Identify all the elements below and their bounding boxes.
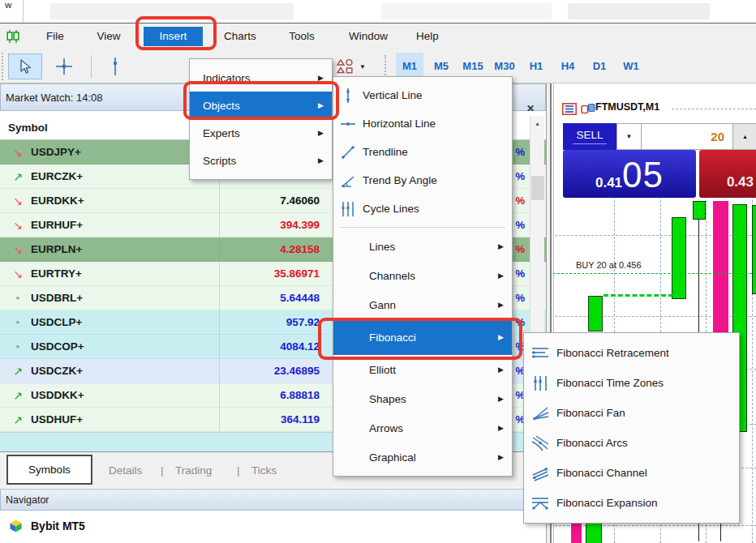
menu-item-label: Gann — [369, 299, 396, 311]
titlebar-blur-region — [381, 3, 552, 19]
menu-item-indicators[interactable]: Indicators ▶ — [190, 64, 332, 92]
menu-view[interactable]: View — [88, 27, 130, 46]
menu-item-lines[interactable]: Lines ▶ — [333, 232, 512, 261]
menu-item-trend-by-angle[interactable]: Trend By Angle — [333, 166, 512, 195]
objects-submenu: Vertical Line Horizontal Line Trendline … — [333, 76, 513, 477]
menu-item-fib-time-zones[interactable]: Fibonacci Time Zones — [524, 368, 739, 398]
window-titlebar: W — [0, 0, 756, 24]
volume-increase-button[interactable]: ▲ — [733, 123, 756, 150]
chart-period-separator — [672, 109, 756, 109]
navigator-item-bybit[interactable]: Bybit MT5 — [8, 518, 85, 533]
menu-item-gann[interactable]: Gann ▶ — [333, 290, 512, 319]
submenu-arrow-icon: ▶ — [498, 272, 504, 280]
menu-item-vertical-line[interactable]: Vertical Line — [333, 81, 512, 109]
bid-cell: 7.46060 — [280, 189, 320, 213]
submenu-arrow-icon: ▶ — [318, 129, 324, 137]
fibonacci-expansion-icon — [524, 495, 556, 511]
menu-separator — [340, 227, 505, 228]
menu-insert[interactable]: Insert — [144, 27, 203, 46]
menu-item-channels[interactable]: Channels ▶ — [333, 261, 512, 290]
mt5-candles-icon — [6, 29, 20, 47]
menu-item-scripts[interactable]: Scripts ▶ — [190, 147, 332, 174]
menu-item-label: Vertical Line — [363, 89, 423, 101]
sell-tab[interactable]: SELL — [563, 123, 616, 150]
cursor-tool-button[interactable] — [8, 53, 42, 79]
submenu-arrow-icon: ▶ — [498, 333, 504, 341]
menu-item-fib-arcs[interactable]: Fibonacci Arcs — [524, 428, 739, 458]
price-down-icon: ↘ — [10, 237, 26, 262]
timeframe-w1[interactable]: W1 — [617, 53, 645, 79]
sell-price-button[interactable]: 0.41 05 — [563, 150, 696, 198]
scrollbar-thumb[interactable] — [531, 176, 544, 200]
menu-item-fib-expansion[interactable]: Fibonacci Expansion — [524, 488, 739, 518]
menu-item-arrows[interactable]: Arrows ▶ — [333, 413, 512, 443]
menu-item-fib-channel[interactable]: Fibonacci Channel — [524, 458, 739, 488]
submenu-arrow-icon: ▶ — [498, 395, 504, 403]
submenu-arrow-icon: ▶ — [318, 156, 324, 165]
price-down-icon: ↘ — [10, 189, 26, 213]
price-flat-icon: ● — [10, 335, 26, 359]
menu-item-trendline[interactable]: Trendline — [333, 138, 512, 166]
menu-item-shapes[interactable]: Shapes ▶ — [333, 384, 512, 413]
menu-item-cycle-lines[interactable]: Cycle Lines — [333, 195, 512, 223]
navigator-title: Navigator — [0, 489, 546, 511]
titlebar-divider — [23, 0, 24, 23]
menu-charts[interactable]: Charts — [214, 27, 266, 46]
menu-item-fib-retracement[interactable]: Fibonacci Retracement — [524, 338, 739, 368]
symbol-cell: EURPLN+ — [31, 237, 82, 262]
tab-separator: | — [161, 452, 164, 489]
crosshair-tool-button[interactable] — [47, 53, 81, 79]
timeframe-h4[interactable]: H4 — [554, 53, 582, 79]
symbol-cell: USDJPY+ — [31, 140, 81, 165]
submenu-arrow-icon: ▶ — [498, 453, 504, 461]
menu-file[interactable]: File — [36, 27, 75, 46]
chevron-down-icon: ▼ — [359, 63, 366, 71]
depth-of-market-icon — [562, 103, 577, 115]
candle-bullish — [752, 205, 756, 294]
timeframe-d1[interactable]: D1 — [586, 53, 613, 79]
tab-symbols[interactable]: Symbols — [6, 455, 92, 485]
symbol-column-header[interactable]: Symbol — [8, 122, 48, 134]
menu-tools[interactable]: Tools — [279, 27, 324, 46]
bid-cell: 4.28158 — [280, 237, 320, 262]
bid-cell: 4084.12 — [280, 335, 320, 359]
candle-bearish — [571, 523, 582, 543]
menu-item-label: Arrows — [369, 422, 403, 434]
menu-window[interactable]: Window — [339, 27, 397, 46]
tab-details[interactable]: Details — [109, 452, 142, 489]
tab-ticks[interactable]: Ticks — [251, 452, 277, 489]
symbol-cell: USDCZK+ — [31, 359, 83, 383]
scroll-up-icon[interactable]: ▲ — [530, 116, 544, 130]
vertical-line-tool-button[interactable] — [101, 53, 130, 79]
menu-item-horizontal-line[interactable]: Horizontal Line — [333, 109, 512, 138]
menu-bar: File View Insert Charts Tools Window Hel… — [0, 24, 756, 49]
menu-help[interactable]: Help — [407, 27, 448, 46]
chevron-up-icon: ▲ — [742, 134, 748, 139]
menu-item-fibonacci[interactable]: Fibonacci ▶ — [333, 319, 512, 355]
cursor-icon — [17, 58, 33, 75]
order-type-dropdown[interactable]: ▼ — [616, 123, 642, 150]
symbol-cell: EURCZK+ — [31, 165, 83, 189]
change-cell: % — [515, 262, 525, 286]
mt5-window: W File View Insert Charts Tools Window H… — [0, 0, 756, 543]
volume-input[interactable]: 20 — [642, 123, 733, 150]
menu-item-elliott[interactable]: Elliott ▶ — [333, 355, 512, 384]
menu-item-experts[interactable]: Experts ▶ — [190, 119, 332, 147]
sentiment-icon — [581, 103, 595, 115]
menu-item-label: Objects — [203, 100, 240, 112]
toolbar-grip — [2, 53, 4, 80]
menu-item-graphical[interactable]: Graphical ▶ — [333, 443, 512, 472]
trendline-icon — [333, 144, 363, 160]
fibonacci-channel-icon — [524, 465, 556, 481]
candle-bullish — [672, 217, 686, 299]
tab-trading[interactable]: Trading — [175, 452, 212, 489]
submenu-arrow-icon: ▶ — [498, 301, 504, 309]
menu-item-objects[interactable]: Objects ▶ — [190, 92, 332, 119]
menu-item-label: Graphical — [369, 451, 416, 464]
submenu-arrow-icon: ▶ — [318, 74, 324, 82]
menu-item-fib-fan[interactable]: Fibonacci Fan — [524, 398, 739, 428]
vertical-line-icon — [333, 88, 363, 104]
timeframe-h1[interactable]: H1 — [522, 53, 550, 79]
price-down-icon: ↘ — [10, 140, 26, 165]
buy-price-button[interactable]: 0.43 — [699, 150, 756, 198]
